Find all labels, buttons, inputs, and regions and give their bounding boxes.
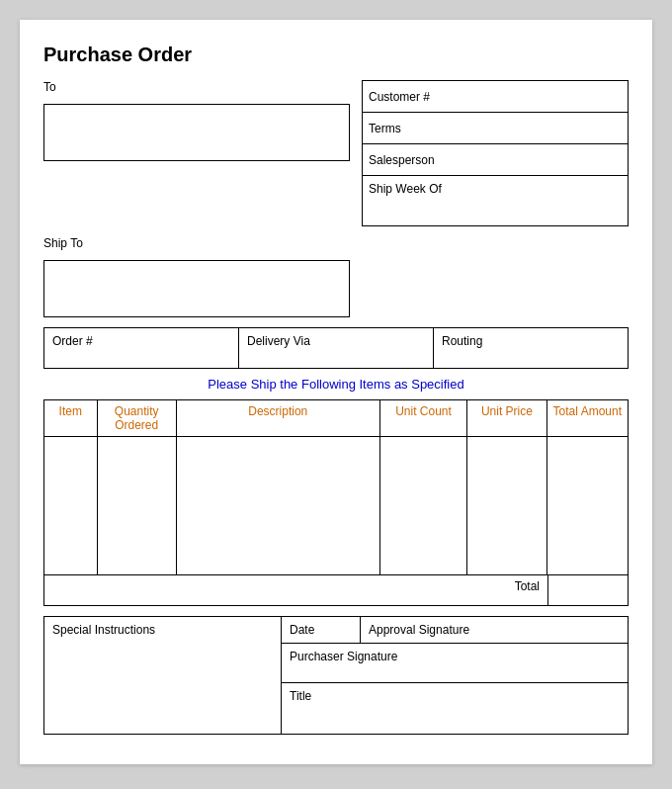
total-row: Total bbox=[43, 575, 629, 606]
items-table: Item Quantity Ordered Description Unit C… bbox=[43, 399, 629, 575]
total-value[interactable] bbox=[548, 575, 628, 605]
ship-to-section: Ship To bbox=[43, 236, 629, 317]
terms-field: Terms bbox=[363, 113, 628, 144]
col-header-total-amount: Total Amount bbox=[546, 400, 628, 437]
col-header-qty: Quantity Ordered bbox=[97, 400, 176, 437]
total-amount-cell[interactable] bbox=[546, 437, 628, 575]
qty-cell[interactable] bbox=[97, 437, 176, 575]
col-header-unit-price: Unit Price bbox=[467, 400, 546, 437]
desc-cell[interactable] bbox=[176, 437, 379, 575]
ship-to-label: Ship To bbox=[43, 236, 350, 250]
date-cell[interactable]: Date bbox=[282, 617, 361, 643]
table-row bbox=[44, 437, 629, 575]
ship-to-left-col: Ship To bbox=[43, 236, 350, 317]
to-section: To Customer # Terms Salesperson Ship Wee… bbox=[43, 80, 629, 226]
to-left-col: To bbox=[43, 80, 350, 226]
right-col: Customer # Terms Salesperson Ship Week O… bbox=[362, 80, 629, 226]
instructions-header: Please Ship the Following Items as Speci… bbox=[43, 377, 629, 392]
col-header-unit-count: Unit Count bbox=[379, 400, 467, 437]
total-label: Total bbox=[44, 575, 548, 605]
ship-week-of-field: Ship Week Of bbox=[363, 176, 628, 225]
order-row: Order # Delivery Via Routing bbox=[43, 327, 629, 369]
delivery-via-cell[interactable]: Delivery Via bbox=[239, 328, 434, 368]
ship-to-input[interactable] bbox=[43, 260, 350, 317]
special-instructions-cell[interactable]: Special Instructions bbox=[44, 617, 282, 734]
to-label: To bbox=[43, 80, 350, 94]
date-approval-row: Date Approval Signature bbox=[282, 617, 628, 644]
salesperson-field: Salesperson bbox=[363, 144, 628, 176]
purchase-order-page: Purchase Order To Customer # Terms Sales… bbox=[20, 20, 652, 764]
order-num-cell[interactable]: Order # bbox=[44, 328, 239, 368]
right-bottom-col: Date Approval Signature Purchaser Signat… bbox=[282, 617, 628, 734]
approval-signature-cell[interactable]: Approval Signature bbox=[361, 617, 628, 643]
col-header-item: Item bbox=[44, 400, 98, 437]
to-input[interactable] bbox=[43, 104, 350, 161]
routing-cell[interactable]: Routing bbox=[434, 328, 628, 368]
customer-field: Customer # bbox=[363, 81, 628, 113]
purchaser-signature-cell[interactable]: Purchaser Signature bbox=[282, 644, 628, 683]
title-cell[interactable]: Title bbox=[282, 683, 628, 719]
unit-price-cell[interactable] bbox=[467, 437, 546, 575]
page-title: Purchase Order bbox=[43, 44, 629, 66]
bottom-section: Special Instructions Date Approval Signa… bbox=[43, 616, 629, 735]
item-cell[interactable] bbox=[44, 437, 98, 575]
table-header-row: Item Quantity Ordered Description Unit C… bbox=[44, 400, 629, 437]
unit-count-cell[interactable] bbox=[379, 437, 467, 575]
col-header-description: Description bbox=[176, 400, 379, 437]
